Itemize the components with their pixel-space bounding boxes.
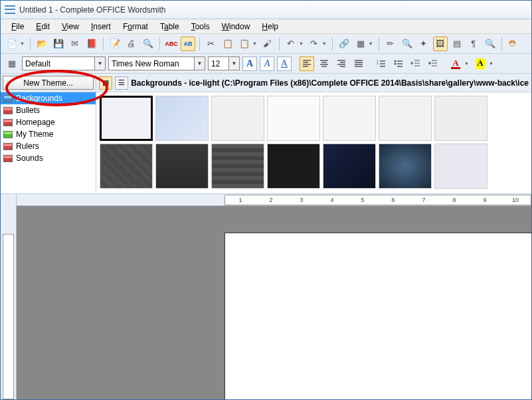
- gallery-thumbnail[interactable]: [100, 96, 153, 141]
- theme-list[interactable]: Backgrounds Bullets Homepage My Theme Ru…: [1, 92, 96, 193]
- menu-window[interactable]: Window: [217, 21, 256, 33]
- align-center-button[interactable]: [317, 56, 331, 71]
- gallery-toolbar: New Theme...: [1, 74, 96, 92]
- find-icon[interactable]: 🔍: [400, 37, 414, 51]
- autospell-icon[interactable]: AB: [181, 37, 195, 51]
- drawing-icon[interactable]: ✏: [383, 37, 398, 51]
- menu-tools[interactable]: Tools: [186, 21, 215, 33]
- spellcheck-icon[interactable]: ABC: [164, 37, 179, 51]
- menu-view[interactable]: View: [56, 21, 84, 33]
- standard-toolbar: 📄▼ 📂 💾 ✉ 📕 📝 🖨 🔍 ABC AB ✂ 📋 📋▼ 🖌 ↶▼ ↷▼ 🔗…: [1, 34, 531, 54]
- horizontal-ruler[interactable]: 1 2 3 4 5 6 7 8 9 10: [17, 194, 531, 206]
- numbered-list-button[interactable]: 12: [374, 56, 389, 71]
- document-page[interactable]: [224, 233, 531, 399]
- gallery-thumbnail[interactable]: [267, 96, 320, 141]
- help-icon[interactable]: ⛑: [506, 37, 521, 51]
- dropdown-arrow-icon[interactable]: ▼: [299, 41, 304, 46]
- gallery-thumbnail[interactable]: [155, 96, 209, 141]
- open-icon[interactable]: 📂: [35, 37, 49, 51]
- decrease-indent-button[interactable]: [408, 56, 423, 71]
- menu-help[interactable]: Help: [256, 21, 284, 33]
- dropdown-arrow-icon[interactable]: ▼: [464, 61, 469, 66]
- hyperlink-icon[interactable]: 🔗: [337, 37, 351, 51]
- nonprint-icon[interactable]: ¶: [466, 37, 481, 51]
- edit-file-icon[interactable]: 📝: [108, 37, 122, 51]
- gallery-thumbnail[interactable]: [323, 144, 376, 189]
- save-icon[interactable]: 💾: [51, 37, 66, 51]
- bullet-list-button[interactable]: [391, 56, 406, 71]
- cut-icon[interactable]: ✂: [204, 37, 219, 51]
- theme-item-bullets[interactable]: Bullets: [1, 104, 96, 116]
- preview-icon[interactable]: 🔍: [141, 37, 155, 51]
- theme-item-mytheme[interactable]: My Theme: [1, 128, 96, 140]
- chevron-down-icon[interactable]: ▼: [94, 57, 105, 70]
- detail-view-button[interactable]: ☰: [115, 76, 128, 90]
- print-icon[interactable]: 🖨: [124, 37, 139, 51]
- align-justify-button[interactable]: [351, 56, 366, 71]
- gallery-thumbnail[interactable]: [323, 96, 376, 141]
- theme-item-backgrounds[interactable]: Backgrounds: [1, 92, 96, 104]
- font-combo[interactable]: ▼: [108, 56, 205, 70]
- dropdown-arrow-icon[interactable]: ▼: [369, 41, 373, 46]
- dropdown-arrow-icon[interactable]: ▼: [252, 41, 257, 46]
- gallery-thumbnail[interactable]: [155, 144, 209, 189]
- redo-icon[interactable]: ↷: [307, 37, 321, 51]
- window-title: Untitled 1 - Complete OFFICE Wordsmith: [19, 5, 166, 15]
- gallery-thumbnail[interactable]: [211, 96, 264, 141]
- pdf-icon[interactable]: 📕: [84, 37, 99, 51]
- chevron-down-icon[interactable]: ▼: [194, 57, 205, 70]
- menu-insert[interactable]: Insert: [86, 21, 116, 33]
- italic-button[interactable]: A: [260, 56, 274, 71]
- increase-indent-button[interactable]: [426, 56, 440, 71]
- gallery-thumbnail[interactable]: [267, 144, 320, 189]
- align-right-button[interactable]: [334, 56, 349, 71]
- datasources-icon[interactable]: ▤: [450, 37, 464, 51]
- theme-item-rulers[interactable]: Rulers: [1, 140, 96, 152]
- chevron-down-icon[interactable]: ▼: [228, 57, 239, 70]
- gallery-thumbnail[interactable]: [379, 96, 432, 141]
- gallery-thumbnail[interactable]: [211, 144, 264, 189]
- underline-button[interactable]: A: [277, 56, 292, 71]
- gallery-thumbnail[interactable]: [379, 144, 432, 189]
- gallery-thumbnail[interactable]: [100, 144, 153, 189]
- font-color-button[interactable]: A: [448, 56, 463, 71]
- size-input[interactable]: [209, 57, 228, 70]
- menu-file[interactable]: File: [6, 21, 29, 33]
- titlebar: Untitled 1 - Complete OFFICE Wordsmith: [1, 1, 531, 19]
- menu-format[interactable]: Format: [118, 21, 153, 33]
- menu-table[interactable]: Table: [155, 21, 185, 33]
- bold-button[interactable]: A: [242, 56, 257, 71]
- paste-icon[interactable]: 📋: [237, 37, 252, 51]
- navigator-icon[interactable]: ✦: [416, 37, 431, 51]
- gallery-thumbnails: [96, 92, 531, 193]
- undo-icon[interactable]: ↶: [284, 37, 298, 51]
- icon-view-button[interactable]: ▦: [99, 76, 112, 90]
- gallery-header: ▦ ☰ Backgrounds - ice-light (C:\Program …: [96, 74, 531, 92]
- size-combo[interactable]: ▼: [208, 56, 240, 70]
- zoom-icon[interactable]: 🔍: [483, 37, 497, 51]
- page-viewport[interactable]: [17, 206, 531, 399]
- vertical-ruler[interactable]: [1, 194, 17, 399]
- table-icon[interactable]: ▦: [353, 37, 368, 51]
- highlight-button[interactable]: A: [473, 56, 488, 71]
- styles-icon[interactable]: ▦: [5, 56, 19, 71]
- font-input[interactable]: [109, 57, 194, 70]
- format-paint-icon[interactable]: 🖌: [260, 37, 275, 51]
- style-combo[interactable]: ▼: [22, 56, 106, 70]
- gallery-icon[interactable]: 🖼: [433, 37, 448, 51]
- new-theme-button[interactable]: New Theme...: [3, 76, 94, 90]
- menu-edit[interactable]: Edit: [31, 21, 55, 33]
- dropdown-arrow-icon[interactable]: ▼: [489, 61, 493, 66]
- dropdown-arrow-icon[interactable]: ▼: [20, 41, 25, 46]
- style-input[interactable]: [23, 57, 94, 70]
- email-icon[interactable]: ✉: [68, 37, 82, 51]
- dropdown-arrow-icon[interactable]: ▼: [322, 41, 327, 46]
- svg-point-3: [395, 62, 397, 64]
- copy-icon[interactable]: 📋: [221, 37, 235, 51]
- theme-item-sounds[interactable]: Sounds: [1, 152, 96, 164]
- gallery-thumbnail[interactable]: [434, 144, 488, 189]
- theme-item-homepage[interactable]: Homepage: [1, 116, 96, 128]
- gallery-thumbnail[interactable]: [434, 96, 488, 141]
- align-left-button[interactable]: [300, 56, 314, 71]
- new-doc-icon[interactable]: 📄: [5, 37, 19, 51]
